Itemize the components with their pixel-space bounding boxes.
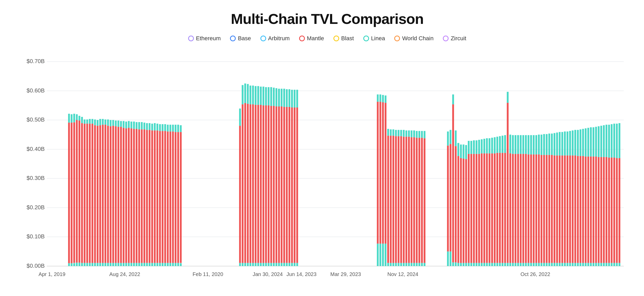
svg-rect-37 [120,263,122,266]
svg-rect-93 [151,130,153,263]
svg-rect-228 [403,263,405,266]
svg-rect-167 [286,263,288,266]
svg-rect-234 [418,263,420,266]
svg-rect-128 [128,121,130,128]
svg-rect-274 [424,131,425,138]
svg-rect-454 [564,131,566,155]
svg-rect-156 [257,263,259,266]
svg-rect-384 [556,156,558,263]
svg-rect-81 [120,127,122,263]
svg-rect-77 [110,126,111,263]
svg-rect-85 [130,128,132,263]
svg-rect-115 [94,119,96,125]
svg-rect-116 [97,120,98,126]
svg-rect-392 [577,156,579,263]
svg-rect-64 [76,120,78,263]
svg-rect-263 [395,130,397,136]
svg-rect-440 [528,135,529,154]
legend-circle-base [230,36,236,41]
linea-base-group2 [239,263,298,266]
svg-rect-406 [613,158,615,263]
svg-rect-441 [530,135,532,154]
svg-rect-249 [408,137,410,263]
svg-rect-46 [143,263,145,266]
svg-rect-474 [616,124,618,158]
svg-rect-135 [146,123,148,130]
svg-rect-470 [606,125,607,157]
svg-rect-56 [169,263,171,266]
svg-rect-161 [270,263,272,266]
svg-rect-467 [598,126,600,157]
svg-rect-108 [76,114,78,120]
svg-text:$0.60B: $0.60B [27,87,45,94]
svg-rect-97 [162,131,163,263]
svg-rect-229 [405,263,407,266]
svg-rect-306 [528,263,529,266]
svg-rect-373 [528,154,529,263]
svg-rect-168 [288,263,290,266]
legend-item-ethereum: Ethereum [188,35,221,42]
svg-rect-419 [473,140,475,154]
svg-rect-91 [146,130,148,263]
svg-rect-305 [525,263,527,266]
svg-rect-147 [177,125,179,132]
legend-item-world-chain: World Chain [394,35,433,42]
svg-rect-224 [392,263,394,266]
legend-circle-blast [333,36,339,41]
svg-rect-256 [377,95,379,102]
svg-rect-363 [502,153,503,263]
svg-rect-246 [400,136,402,263]
svg-rect-418 [470,141,472,154]
svg-rect-285 [473,263,475,266]
chart-container: Multi-Chain TVL Comparison EthereumBaseA… [0,0,644,296]
svg-rect-215 [291,90,293,107]
svg-rect-225 [395,263,397,266]
svg-rect-164 [278,263,280,266]
svg-rect-76 [107,126,109,263]
svg-rect-171 [296,263,298,266]
svg-rect-177 [252,104,254,263]
svg-rect-355 [481,153,483,263]
svg-rect-264 [398,130,399,136]
svg-rect-238 [379,102,381,244]
svg-rect-99 [167,131,169,263]
svg-rect-142 [164,124,166,131]
svg-rect-383 [554,156,555,263]
svg-rect-350 [468,154,470,263]
legend-label: Arbitrum [268,35,290,42]
svg-rect-407 [616,158,618,263]
svg-rect-427 [494,137,496,153]
svg-rect-193 [294,107,295,263]
svg-rect-462 [585,128,587,156]
svg-rect-98 [164,131,166,263]
svg-rect-461 [582,129,584,156]
svg-rect-294 [496,263,498,266]
svg-rect-309 [535,263,537,266]
svg-rect-82 [123,128,124,263]
svg-rect-375 [533,154,535,263]
svg-rect-437 [520,135,522,154]
svg-rect-166 [283,263,285,266]
svg-rect-112 [86,119,88,124]
svg-rect-300 [512,263,514,266]
svg-rect-40 [128,263,130,266]
linea-top-group4 [447,92,620,159]
svg-rect-333 [598,263,600,266]
svg-rect-86 [133,129,135,263]
svg-rect-233 [416,263,418,266]
svg-rect-376 [535,154,537,263]
svg-rect-186 [275,106,277,263]
svg-rect-162 [273,263,275,266]
svg-rect-185 [273,106,275,263]
svg-rect-200 [252,86,254,104]
svg-rect-176 [249,104,251,263]
svg-rect-408 [619,158,620,263]
mantle-bars-group3 [377,102,425,263]
y-axis-labels: $0.00B $0.10B $0.20B $0.30B $0.40B $0.50… [27,58,45,269]
svg-rect-139 [156,124,158,130]
svg-rect-368 [515,154,516,263]
svg-rect-453 [561,132,563,155]
svg-rect-308 [533,263,535,266]
svg-rect-362 [499,153,501,263]
svg-rect-143 [167,125,169,131]
